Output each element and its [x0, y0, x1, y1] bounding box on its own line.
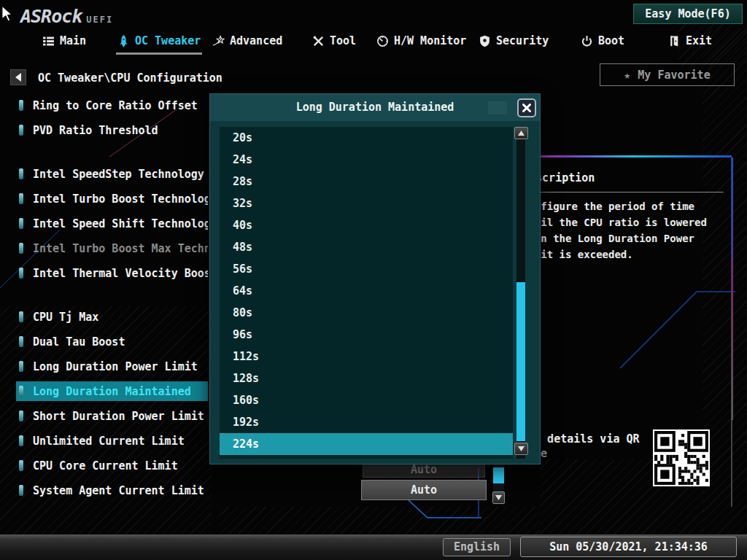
setting-bullet-icon	[19, 268, 23, 279]
duration-option[interactable]: 28s	[220, 171, 513, 192]
setting-bullet-icon	[19, 311, 23, 322]
exit-door-icon	[668, 35, 681, 47]
setting-bullet-icon	[19, 336, 23, 347]
setting-item[interactable]: Long Duration Power Limit	[16, 357, 208, 376]
setting-item[interactable]: Intel Turbo Boost Max Technology	[16, 238, 208, 258]
setting-label: PVD Ratio Threshold	[33, 124, 158, 137]
setting-bullet-icon	[19, 485, 23, 496]
dialog-close-button[interactable]	[517, 98, 536, 117]
duration-option[interactable]: 48s	[220, 236, 513, 258]
setting-item[interactable]: Intel Speed Shift Technology	[16, 214, 208, 233]
long-duration-maintained-dialog: Long Duration Maintained 20s24s28s32s40s…	[209, 93, 541, 464]
description-border	[732, 158, 733, 420]
my-favorite-label: My Favorite	[638, 69, 710, 82]
setting-bullet-icon	[19, 100, 23, 111]
description-border	[511, 155, 732, 158]
power-icon	[581, 35, 593, 47]
setting-item[interactable]: System Agent Current Limit	[16, 481, 208, 500]
setting-item[interactable]: CPU Tj Max	[16, 307, 208, 327]
duration-option[interactable]: 192s	[220, 411, 513, 433]
duration-option[interactable]: 160s	[220, 389, 513, 411]
nav-tab-tool[interactable]: Tool	[312, 34, 356, 53]
setting-bullet-icon	[19, 218, 23, 229]
setting-label: Unlimited Current Limit	[33, 435, 185, 448]
nav-tab-label: Security	[496, 34, 549, 47]
nav-tab-label: Advanced	[230, 34, 282, 47]
language-button[interactable]: English	[443, 538, 511, 556]
easy-mode-button[interactable]: Easy Mode(F6)	[633, 4, 743, 24]
status-bar: English Sun 05/30/2021, 21:34:36	[0, 534, 747, 560]
setting-item[interactable]: Intel Turbo Boost Technology	[16, 189, 208, 209]
setting-label: CPU Tj Max	[33, 311, 98, 324]
uefi-screen: ASRockUEFI Easy Mode(F6) MainOC TweakerA…	[0, 0, 747, 560]
dialog-dim-icon	[488, 101, 507, 114]
dialog-scroll-up-button[interactable]	[514, 127, 528, 139]
nav-tab-label: Exit	[686, 34, 712, 47]
setting-bullet-icon	[19, 168, 23, 179]
tools-icon	[312, 35, 325, 47]
setting-label: Short Duration Power Limit	[33, 410, 204, 423]
setting-item[interactable]: Ring to Core Ratio Offset	[16, 96, 208, 115]
setting-label: Intel Speed Shift Technology	[33, 217, 208, 230]
setting-label: System Agent Current Limit	[33, 484, 204, 497]
star-swoosh-icon	[212, 35, 225, 47]
value-dropdown-system-agent-current-limit[interactable]: Auto	[361, 480, 487, 500]
settings-list: Ring to Core Ratio OffsetPVD Ratio Thres…	[0, 0, 209, 510]
duration-option[interactable]: 96s	[220, 324, 513, 346]
nav-tab-label: H/W Monitor	[394, 34, 466, 47]
dialog-scrollbar-thumb[interactable]	[516, 282, 525, 441]
setting-bullet-icon	[19, 125, 23, 136]
setting-item[interactable]: Unlimited Current Limit	[16, 431, 208, 451]
chevron-down-icon	[495, 495, 502, 500]
duration-option[interactable]: 40s	[220, 214, 513, 236]
setting-item[interactable]: Long Duration Maintained	[16, 381, 208, 401]
duration-option[interactable]: 20s	[220, 127, 513, 149]
description-panel: Description Configure the period of time…	[511, 155, 735, 425]
duration-option[interactable]: 32s	[220, 192, 513, 214]
chevron-up-icon	[518, 131, 525, 136]
duration-option[interactable]: 64s	[220, 280, 513, 302]
dialog-scroll-down-button[interactable]	[514, 443, 528, 455]
duration-option[interactable]: 128s	[220, 368, 513, 389]
duration-option[interactable]: 80s	[220, 302, 513, 324]
page-scroll-down-button[interactable]	[492, 491, 505, 504]
setting-item[interactable]: Intel SpeedStep Technology	[16, 164, 208, 184]
setting-item[interactable]: PVD Ratio Threshold	[16, 120, 208, 140]
option-list: 20s24s28s32s40s48s56s64s80s96s112s128s16…	[220, 127, 513, 459]
description-line: when the Long Duration Power	[522, 233, 694, 244]
setting-item[interactable]: Short Duration Power Limit	[16, 406, 208, 426]
chevron-down-icon	[518, 446, 525, 451]
setting-label: Intel SpeedStep Technology	[33, 168, 204, 181]
nav-tab-label: Tool	[330, 34, 356, 47]
nav-tab-boot[interactable]: Boot	[581, 34, 624, 53]
page-scrollbar-thumb[interactable]	[493, 467, 504, 483]
my-favorite-button[interactable]: ★ My Favorite	[600, 63, 735, 86]
nav-tab-hw-monitor[interactable]: H/W Monitor	[376, 34, 466, 53]
setting-bullet-icon	[19, 193, 23, 204]
duration-option[interactable]: 56s	[220, 258, 513, 280]
setting-item[interactable]: CPU Core Current Limit	[16, 456, 208, 475]
setting-item[interactable]: Dual Tau Boost	[16, 332, 208, 351]
setting-label: Intel Turbo Boost Technology	[33, 192, 208, 206]
setting-label: Long Duration Maintained	[33, 385, 191, 398]
setting-label: Long Duration Power Limit	[33, 360, 198, 373]
nav-tab-exit[interactable]: Exit	[668, 34, 712, 53]
setting-bullet-icon	[19, 435, 23, 446]
close-icon	[522, 104, 531, 112]
nav-tab-label: Boot	[598, 34, 624, 47]
qr-code	[653, 429, 710, 486]
setting-label: Ring to Core Ratio Offset	[33, 99, 198, 112]
duration-option[interactable]: 224s	[220, 433, 513, 455]
datetime-button[interactable]: Sun 05/30/2021, 21:34:36	[520, 537, 737, 557]
setting-label: Intel Thermal Velocity Boost Volt	[33, 267, 208, 280]
duration-option[interactable]: 112s	[220, 346, 513, 368]
star-icon: ★	[624, 69, 630, 82]
setting-bullet-icon	[19, 411, 23, 421]
description-separator	[522, 192, 724, 192]
nav-tab-advanced[interactable]: Advanced	[212, 34, 282, 53]
setting-item[interactable]: Intel Thermal Velocity Boost Volt	[16, 263, 208, 283]
gauge-icon	[376, 35, 389, 47]
nav-tab-security[interactable]: Security	[479, 34, 549, 53]
background-hatch	[219, 507, 540, 534]
duration-option[interactable]: 24s	[220, 149, 513, 171]
